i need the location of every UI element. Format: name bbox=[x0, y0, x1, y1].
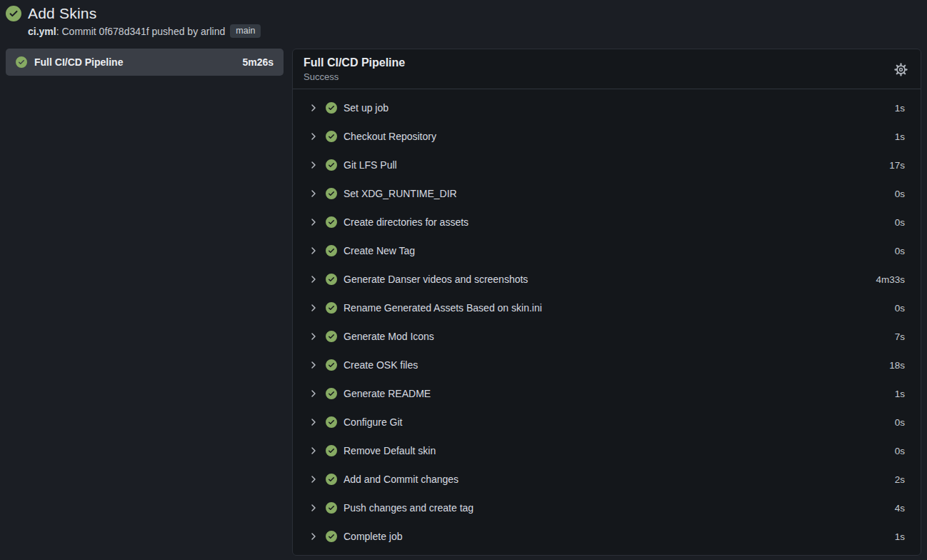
chevron-right-icon bbox=[308, 502, 319, 514]
status-success-icon bbox=[326, 388, 337, 399]
step-duration: 1s bbox=[895, 389, 905, 399]
branch-badge[interactable]: main bbox=[230, 24, 261, 38]
step-duration: 1s bbox=[895, 131, 905, 142]
step-row[interactable]: Git LFS Pull 17s bbox=[308, 151, 905, 179]
step-duration: 0s bbox=[895, 217, 905, 228]
job-duration: 5m26s bbox=[242, 56, 274, 68]
chevron-right-icon bbox=[308, 445, 319, 456]
job-panel-status: Success bbox=[304, 71, 405, 82]
step-name: Create directories for assets bbox=[344, 216, 888, 228]
chevron-right-icon bbox=[308, 274, 319, 285]
run-header: Add Skins ci.yml: Commit 0f678d341f push… bbox=[0, 0, 927, 38]
step-row[interactable]: Create New Tag 0s bbox=[308, 236, 905, 265]
step-name: Remove Default skin bbox=[344, 445, 888, 456]
step-row[interactable]: Generate Mod Icons 7s bbox=[308, 322, 905, 351]
chevron-right-icon bbox=[308, 216, 319, 228]
chevron-right-icon bbox=[308, 474, 319, 485]
jobs-sidebar: Full CI/CD Pipeline 5m26s bbox=[6, 49, 284, 76]
step-name: Rename Generated Assets Based on skin.in… bbox=[344, 302, 888, 314]
step-row[interactable]: Push changes and create tag 4s bbox=[308, 494, 905, 522]
run-subtitle: ci.yml: Commit 0f678d341f pushed by arli… bbox=[28, 24, 918, 38]
job-panel-header: Full CI/CD Pipeline Success bbox=[293, 49, 921, 89]
step-name: Checkout Repository bbox=[344, 131, 888, 142]
status-success-icon bbox=[326, 274, 337, 285]
step-row[interactable]: Create OSK files 18s bbox=[308, 351, 905, 379]
step-duration: 2s bbox=[895, 474, 905, 485]
chevron-right-icon bbox=[308, 245, 319, 256]
status-success-icon bbox=[326, 159, 337, 171]
step-duration: 0s bbox=[895, 417, 905, 428]
job-name: Full CI/CD Pipeline bbox=[34, 56, 235, 68]
chevron-right-icon bbox=[308, 416, 319, 428]
step-name: Generate Danser videos and screenshots bbox=[344, 274, 869, 285]
chevron-right-icon bbox=[308, 331, 319, 342]
step-name: Set XDG_RUNTIME_DIR bbox=[344, 188, 888, 199]
step-name: Complete job bbox=[344, 531, 888, 542]
chevron-right-icon bbox=[308, 102, 319, 114]
job-card-full-cicd-pipeline[interactable]: Full CI/CD Pipeline 5m26s bbox=[6, 49, 284, 76]
step-name: Set up job bbox=[344, 102, 888, 114]
step-duration: 7s bbox=[895, 331, 905, 342]
step-row[interactable]: Set XDG_RUNTIME_DIR 0s bbox=[308, 179, 905, 208]
status-success-icon bbox=[326, 531, 337, 542]
step-name: Generate README bbox=[344, 388, 888, 399]
step-row[interactable]: Rename Generated Assets Based on skin.in… bbox=[308, 294, 905, 322]
content: Full CI/CD Pipeline 5m26s Full CI/CD Pip… bbox=[0, 38, 927, 556]
step-name: Push changes and create tag bbox=[344, 502, 888, 514]
status-success-icon bbox=[326, 502, 337, 514]
chevron-right-icon bbox=[308, 359, 319, 371]
workflow-file: ci.yml bbox=[28, 26, 56, 37]
step-row[interactable]: Create directories for assets 0s bbox=[308, 208, 905, 236]
chevron-right-icon bbox=[308, 531, 319, 542]
step-duration: 1s bbox=[895, 531, 905, 542]
step-name: Add and Commit changes bbox=[344, 474, 888, 485]
step-row[interactable]: Set up job 1s bbox=[308, 94, 905, 122]
status-success-icon bbox=[326, 474, 337, 485]
step-row[interactable]: Generate README 1s bbox=[308, 379, 905, 408]
step-row[interactable]: Configure Git 0s bbox=[308, 408, 905, 436]
chevron-right-icon bbox=[308, 159, 319, 171]
commit-text: : Commit 0f678d341f pushed by arlind bbox=[56, 26, 226, 37]
step-duration: 1s bbox=[895, 103, 905, 114]
step-duration: 18s bbox=[889, 360, 905, 371]
step-name: Create New Tag bbox=[344, 245, 888, 256]
status-success-icon bbox=[326, 445, 337, 456]
run-title: Add Skins bbox=[28, 5, 96, 22]
status-success-icon bbox=[326, 302, 337, 314]
status-success-icon bbox=[326, 188, 337, 199]
step-row[interactable]: Generate Danser videos and screenshots 4… bbox=[308, 265, 905, 294]
run-status-success-icon bbox=[6, 6, 21, 21]
step-name: Create OSK files bbox=[344, 359, 883, 371]
job-panel-title: Full CI/CD Pipeline bbox=[304, 56, 405, 69]
gear-icon bbox=[894, 63, 908, 76]
step-duration: 0s bbox=[895, 446, 905, 456]
chevron-right-icon bbox=[308, 302, 319, 314]
status-success-icon bbox=[326, 416, 337, 428]
status-success-icon bbox=[326, 359, 337, 371]
step-name: Git LFS Pull bbox=[344, 159, 883, 171]
step-duration: 0s bbox=[895, 246, 905, 256]
step-name: Generate Mod Icons bbox=[344, 331, 888, 342]
step-row[interactable]: Remove Default skin 0s bbox=[308, 436, 905, 465]
chevron-right-icon bbox=[308, 188, 319, 199]
step-duration: 17s bbox=[889, 160, 905, 171]
step-row[interactable]: Complete job 1s bbox=[308, 522, 905, 551]
step-duration: 4s bbox=[895, 503, 905, 514]
step-duration: 0s bbox=[895, 303, 905, 314]
status-success-icon bbox=[16, 56, 27, 68]
step-list: Set up job 1s Checkout Repository 1s Git… bbox=[293, 89, 921, 555]
chevron-right-icon bbox=[308, 131, 319, 142]
chevron-right-icon bbox=[308, 388, 319, 399]
settings-button[interactable] bbox=[893, 61, 909, 78]
status-success-icon bbox=[326, 102, 337, 114]
step-row[interactable]: Add and Commit changes 2s bbox=[308, 465, 905, 494]
step-duration: 0s bbox=[895, 189, 905, 199]
step-duration: 4m33s bbox=[876, 274, 905, 285]
status-success-icon bbox=[326, 131, 337, 142]
status-success-icon bbox=[326, 245, 337, 256]
status-success-icon bbox=[326, 216, 337, 228]
step-name: Configure Git bbox=[344, 416, 888, 428]
status-success-icon bbox=[326, 331, 337, 342]
step-row[interactable]: Checkout Repository 1s bbox=[308, 122, 905, 151]
job-panel: Full CI/CD Pipeline Success Set up job bbox=[292, 49, 921, 556]
